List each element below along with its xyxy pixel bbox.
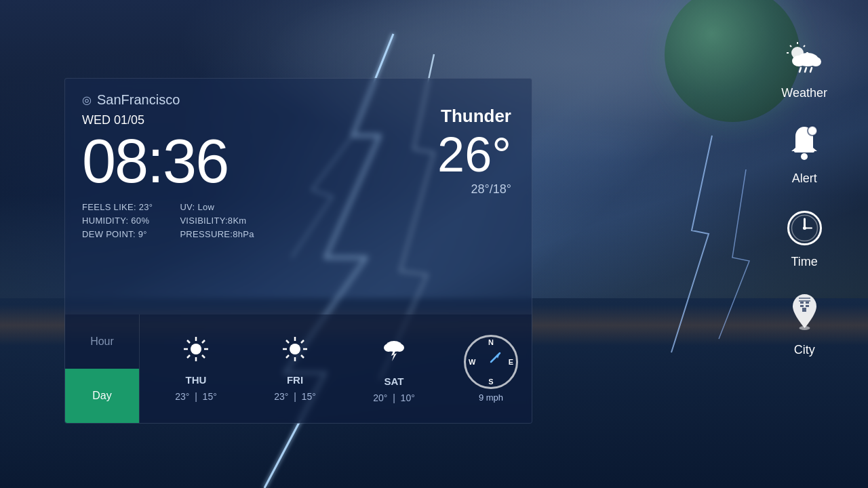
forecast-section: Hour Day: [65, 314, 532, 423]
svg-point-44: [803, 226, 806, 230]
weather-icon: [784, 41, 825, 81]
city-icon: [786, 293, 823, 338]
svg-line-16: [301, 340, 304, 343]
time-label: Time: [791, 255, 817, 269]
sat-name: SAT: [384, 375, 404, 387]
svg-line-29: [790, 45, 791, 47]
svg-point-9: [290, 344, 300, 354]
temperature-range: 28°/18°: [437, 182, 511, 197]
forecast-thu: THU 23° | 15°: [175, 336, 217, 402]
visibility: VISIBILITY:8Km: [180, 216, 254, 226]
widget-top-section: ◎ SanFrancisco WED 01/05 08:36 FEELS LIK…: [65, 79, 532, 249]
sidebar-city[interactable]: City: [786, 293, 823, 357]
sidebar-alert[interactable]: Alert: [787, 124, 821, 186]
sidebar-time[interactable]: Time: [786, 209, 823, 269]
time-icon: [786, 209, 823, 249]
wind-compass: N S E W 9 mph: [450, 314, 532, 423]
svg-line-36: [810, 68, 812, 72]
svg-line-6: [202, 355, 205, 358]
tab-day[interactable]: Day: [65, 369, 139, 423]
svg-line-7: [202, 340, 205, 343]
thu-name: THU: [186, 374, 207, 386]
svg-point-50: [799, 326, 810, 330]
svg-rect-48: [806, 305, 809, 307]
svg-point-33: [810, 57, 821, 66]
fri-temps: 23° | 15°: [274, 391, 316, 402]
sat-temps: 20° | 10°: [373, 392, 415, 403]
current-weather-panel: Thunder 26° 28°/18°: [437, 106, 511, 197]
fri-name: FRI: [287, 374, 303, 386]
dew-point: DEW POINT: 9°: [82, 229, 153, 239]
location-name: SanFrancisco: [97, 92, 180, 108]
temperature-main: 26°: [437, 130, 511, 179]
svg-line-8: [187, 355, 190, 358]
location-icon: ◎: [82, 94, 92, 106]
fri-icon: [281, 336, 309, 369]
svg-line-14: [286, 340, 289, 343]
forecast-days: THU 23° | 15°: [140, 314, 450, 423]
svg-point-20: [395, 344, 404, 352]
forecast-sat: SAT 20° | 10°: [373, 334, 415, 403]
svg-rect-49: [802, 308, 806, 312]
svg-point-19: [384, 344, 393, 352]
svg-line-17: [286, 355, 289, 358]
svg-point-0: [191, 344, 201, 354]
weather-widget: ◎ SanFrancisco WED 01/05 08:36 FEELS LIK…: [64, 78, 532, 424]
pressure: PRESSURE:8hPa: [180, 229, 254, 239]
svg-line-34: [800, 68, 801, 72]
sat-icon: [379, 334, 409, 370]
svg-point-38: [801, 153, 808, 160]
svg-line-30: [804, 45, 805, 47]
humidity: HUMIDITY: 60%: [82, 216, 153, 226]
alert-icon: [787, 124, 821, 166]
tab-hour[interactable]: Hour: [65, 314, 139, 369]
weather-label: Weather: [781, 86, 827, 100]
svg-rect-47: [800, 305, 804, 307]
svg-line-35: [805, 68, 806, 72]
weather-details: FEELS LIKE: 23° HUMIDITY: 60% DEW POINT:…: [82, 202, 515, 239]
svg-point-39: [808, 126, 817, 136]
sidebar-weather[interactable]: Weather: [781, 41, 827, 100]
thu-icon: [182, 336, 210, 369]
right-sidebar: Weather Alert: [781, 41, 827, 357]
svg-point-32: [792, 56, 806, 66]
feels-like: FEELS LIKE: 23°: [82, 202, 153, 212]
svg-line-15: [301, 355, 304, 358]
detail-col-right: UV: Low VISIBILITY:8Km PRESSURE:8hPa: [180, 202, 254, 239]
forecast-tabs: Hour Day: [65, 314, 140, 423]
wind-speed: 9 mph: [479, 392, 503, 403]
alert-label: Alert: [792, 171, 817, 186]
svg-rect-45: [800, 302, 804, 304]
detail-col-left: FEELS LIKE: 23° HUMIDITY: 60% DEW POINT:…: [82, 202, 153, 239]
city-label: City: [794, 343, 815, 357]
thu-temps: 23° | 15°: [175, 391, 217, 402]
svg-rect-37: [794, 150, 814, 152]
uv: UV: Low: [180, 202, 254, 212]
compass-ring: N S E W: [464, 335, 518, 389]
svg-rect-46: [806, 302, 809, 304]
weather-condition: Thunder: [437, 106, 511, 127]
svg-line-5: [187, 340, 190, 343]
forecast-fri: FRI 23° | 15°: [274, 336, 316, 402]
